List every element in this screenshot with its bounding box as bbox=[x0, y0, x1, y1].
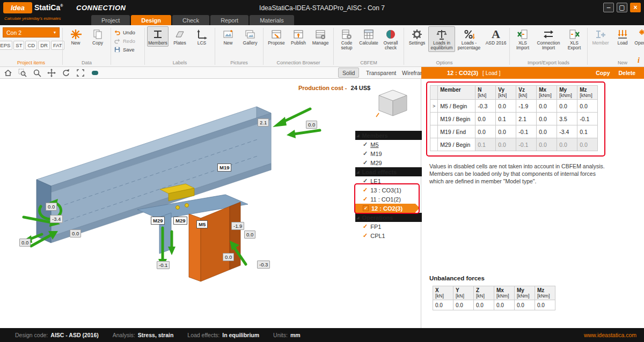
tree-item-m19[interactable]: ✓ M19 bbox=[355, 149, 420, 158]
value-cell[interactable]: 0.0 bbox=[475, 113, 496, 125]
members-labels-button[interactable]: Members bbox=[147, 26, 169, 47]
settings-button[interactable]: Settings bbox=[406, 26, 428, 47]
checkbox-checked-icon[interactable]: ✓ bbox=[363, 224, 368, 229]
tree-item-le1[interactable]: ✓ LE1 bbox=[355, 176, 420, 185]
eps-button[interactable]: EPS bbox=[0, 41, 12, 50]
value-cell[interactable]: 0.0 bbox=[537, 100, 557, 113]
checkbox-checked-icon[interactable]: ✓ bbox=[363, 196, 368, 202]
new-operation-button[interactable]: Operation bbox=[634, 26, 644, 47]
view-mode-solid[interactable]: Solid bbox=[338, 68, 359, 78]
tab-check[interactable]: Check bbox=[172, 15, 209, 25]
tree-item-co1[interactable]: ✓ 11 : CO1(2) bbox=[355, 195, 420, 204]
checkbox-checked-icon[interactable]: ✓ bbox=[363, 142, 368, 147]
maximize-button[interactable]: ▢ bbox=[617, 3, 627, 12]
tab-report[interactable]: Report bbox=[210, 15, 248, 25]
checkbox-checked-icon[interactable]: ✓ bbox=[363, 178, 368, 184]
gallery-button[interactable]: Gallery bbox=[239, 26, 261, 47]
row-selector[interactable] bbox=[430, 113, 438, 125]
tree-item-m29[interactable]: ✓ M29 bbox=[355, 158, 420, 167]
value-cell[interactable]: -0.1 bbox=[516, 125, 537, 138]
info-icon[interactable]: i bbox=[638, 56, 640, 65]
new-picture-button[interactable]: New bbox=[217, 26, 239, 47]
pan-icon[interactable] bbox=[47, 68, 56, 78]
value-cell[interactable]: 0.0 bbox=[496, 100, 516, 113]
loads-percentage-button[interactable]: Loads - percentage bbox=[456, 26, 482, 52]
minimize-button[interactable]: – bbox=[603, 3, 614, 12]
value-cell[interactable]: -0.1 bbox=[577, 113, 598, 125]
loads-in-equilibrium-button[interactable]: Loads in equilibrium bbox=[428, 26, 455, 52]
value-cell[interactable]: 0.0 bbox=[557, 100, 577, 113]
clipping-plane-icon[interactable] bbox=[90, 68, 100, 78]
rotate-icon[interactable] bbox=[61, 68, 71, 78]
zoom-icon[interactable] bbox=[32, 68, 42, 78]
publish-button[interactable]: Publish bbox=[288, 26, 309, 47]
row-selector[interactable] bbox=[430, 138, 438, 151]
propose-button[interactable]: Propose bbox=[266, 26, 287, 47]
website-link[interactable]: www.ideastatica.com bbox=[584, 332, 636, 338]
checkbox-checked-icon[interactable]: ✓ bbox=[363, 205, 369, 211]
xls-import-button[interactable]: XLS Import bbox=[512, 26, 533, 52]
zoom-window-icon[interactable] bbox=[18, 68, 27, 78]
tree-item-co2-selected[interactable]: ✓ 12 : CO2(3) bbox=[355, 204, 415, 213]
copy-item-button[interactable]: Copy bbox=[87, 26, 108, 47]
tree-item-fp1[interactable]: ✓ FP1 bbox=[355, 222, 420, 231]
asd-code-button[interactable]: A ASD 2016 bbox=[484, 26, 508, 47]
checkbox-checked-icon[interactable]: ✓ bbox=[363, 187, 368, 193]
copy-load-button[interactable]: Copy bbox=[596, 70, 610, 76]
value-cell[interactable]: -3.4 bbox=[557, 125, 577, 138]
value-cell[interactable]: 0.0 bbox=[537, 125, 557, 138]
value-cell[interactable]: 0.0 bbox=[577, 138, 598, 151]
tree-item-cpl1[interactable]: ✓ CPL1 bbox=[355, 231, 420, 240]
tree-item-m5[interactable]: ✓ M5 bbox=[355, 140, 420, 149]
undo-button[interactable]: Undo bbox=[114, 29, 142, 36]
value-cell[interactable]: 0.1 bbox=[577, 125, 598, 138]
lcs-labels-button[interactable]: LCS bbox=[191, 26, 213, 47]
value-cell[interactable]: 3.5 bbox=[557, 113, 577, 125]
home-view-icon[interactable] bbox=[3, 68, 13, 78]
value-cell[interactable]: 0.1 bbox=[496, 113, 516, 125]
zoom-fit-icon[interactable] bbox=[76, 68, 85, 78]
checkbox-checked-icon[interactable]: ✓ bbox=[363, 151, 368, 157]
value-cell[interactable]: -0.3 bbox=[475, 100, 496, 113]
tab-materials[interactable]: Materials bbox=[250, 15, 294, 25]
tree-item-co3[interactable]: ✓ 13 : CO3(1) bbox=[355, 185, 420, 195]
navigation-cube[interactable] bbox=[376, 88, 410, 118]
checkbox-checked-icon[interactable]: ✓ bbox=[363, 160, 368, 166]
row-selector[interactable] bbox=[430, 125, 438, 138]
new-load-button[interactable]: Load bbox=[612, 26, 633, 47]
close-button[interactable]: × bbox=[630, 3, 641, 12]
value-cell[interactable]: 0.0 bbox=[496, 138, 516, 151]
dr-button[interactable]: DR bbox=[38, 41, 50, 50]
xls-export-button[interactable]: XLS Export bbox=[564, 26, 585, 52]
value-cell[interactable]: 0.0 bbox=[537, 113, 557, 125]
plates-labels-button[interactable]: Plates bbox=[169, 26, 191, 47]
delete-load-button[interactable]: Delete bbox=[618, 70, 635, 76]
collapse-icon[interactable]: ◢ bbox=[356, 170, 359, 174]
st-button[interactable]: ST bbox=[13, 41, 24, 50]
manage-button[interactable]: Manage bbox=[310, 26, 331, 47]
value-cell[interactable]: 2.1 bbox=[516, 113, 537, 125]
collapse-icon[interactable]: ◢ bbox=[356, 133, 359, 138]
value-cell[interactable]: -1.9 bbox=[516, 100, 537, 113]
value-cell[interactable]: 0.0 bbox=[496, 125, 516, 138]
calculate-button[interactable]: Calculate bbox=[358, 26, 379, 47]
tab-project[interactable]: Project bbox=[91, 15, 130, 25]
value-cell[interactable]: 0.0 bbox=[475, 125, 496, 138]
overall-check-button[interactable]: Overall check bbox=[380, 26, 401, 52]
code-setup-button[interactable]: Code setup bbox=[336, 26, 357, 52]
view-mode-transparent[interactable]: Transparent bbox=[362, 68, 400, 78]
checkbox-checked-icon[interactable]: ✓ bbox=[363, 233, 368, 239]
collapse-icon[interactable]: ◢ bbox=[356, 215, 359, 220]
new-item-button[interactable]: New bbox=[65, 26, 86, 47]
value-cell[interactable]: -0.1 bbox=[516, 138, 537, 151]
value-cell[interactable]: 0.0 bbox=[537, 138, 557, 151]
cd-button[interactable]: CD bbox=[25, 41, 37, 50]
connection-selector[interactable]: Con 2 ▾ bbox=[3, 27, 60, 38]
save-button[interactable]: Save bbox=[114, 46, 142, 53]
redo-button[interactable]: Redo bbox=[114, 38, 142, 44]
value-cell[interactable]: 0.0 bbox=[557, 138, 577, 151]
new-member-button[interactable]: Member bbox=[590, 26, 611, 47]
value-cell[interactable]: 0.1 bbox=[475, 138, 496, 151]
connection-import-button[interactable]: Connection Import bbox=[534, 26, 563, 52]
row-selector[interactable]: > bbox=[430, 100, 438, 113]
